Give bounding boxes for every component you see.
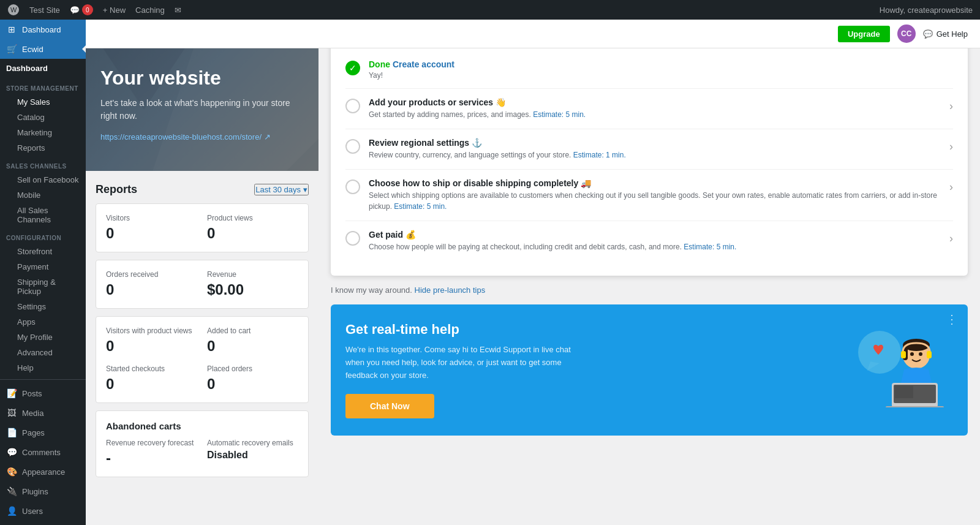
know-way-text: I know my way around. Hide pre-launch ti… <box>331 285 968 295</box>
sidebar-item-mobile[interactable]: Mobile <box>0 187 86 203</box>
help-illustration <box>843 322 953 407</box>
hero-banner: Your website Let's take a look at what's… <box>86 48 318 171</box>
chevron-right-icon: › <box>949 181 953 194</box>
help-card: Get real-time help We're in this togethe… <box>331 304 968 436</box>
plugins-icon: 🔌 <box>6 486 17 497</box>
comments-icon: 💬 <box>6 447 17 458</box>
chat-now-button[interactable]: Chat Now <box>345 394 434 418</box>
hero-text: Your website Let's take a look at what's… <box>100 67 304 142</box>
todo-check-shipping <box>345 179 360 194</box>
sidebar-label-appearance: Appearance <box>22 467 65 477</box>
hero-url[interactable]: https://createaprowebsite-bluehost.com/s… <box>100 132 304 142</box>
sidebar-item-reports[interactable]: Reports <box>0 140 86 156</box>
metric-revenue: Revenue $0.00 <box>207 270 298 298</box>
todo-card: Get ready for your first sale. Follow ou… <box>331 48 968 276</box>
svg-rect-13 <box>895 386 913 398</box>
todo-check-done: ✓ <box>345 61 360 75</box>
upgrade-button[interactable]: Upgrade <box>838 26 890 42</box>
todo-item-add-products[interactable]: Add your products or services 👋 Get star… <box>345 89 953 129</box>
sidebar-item-comments[interactable]: 💬 Comments <box>0 442 86 462</box>
report-card-conversion: Visitors with product views 0 Added to c… <box>96 316 309 403</box>
sidebar-item-storefront[interactable]: Storefront <box>0 244 86 259</box>
sidebar-item-marketing[interactable]: Marketing <box>0 125 86 140</box>
comments-link[interactable]: 💬 0 <box>70 4 93 15</box>
sidebar-item-users[interactable]: 👤 Users <box>0 501 86 521</box>
avatar: CC <box>897 25 916 43</box>
caching-button[interactable]: Caching <box>135 6 165 15</box>
mail-icon[interactable]: ✉ <box>175 6 181 15</box>
sidebar-label-comments: Comments <box>22 448 61 457</box>
content-area: Upgrade CC 💬 Get Help Your website Let's… <box>86 20 980 525</box>
sidebar-item-ecwid[interactable]: 🛒 Ecwid <box>0 39 86 59</box>
left-panel: Your website Let's take a look at what's… <box>86 48 318 525</box>
hero-title: Your website <box>100 67 304 89</box>
main-layout: ⊞ Dashboard 🛒 Ecwid Dashboard STORE MANA… <box>0 20 980 525</box>
sidebar-item-dashboard[interactable]: ⊞ Dashboard <box>0 20 86 39</box>
sidebar-label-plugins: Plugins <box>22 487 48 496</box>
wp-logo[interactable]: W <box>7 4 20 16</box>
chevron-right-icon: › <box>949 100 953 113</box>
sidebar-item-advanced[interactable]: Advanced <box>0 345 86 360</box>
admin-bar: W Test Site 💬 0 + New Caching ✉ Howdy, c… <box>0 0 980 20</box>
get-help-button[interactable]: 💬 Get Help <box>923 29 968 39</box>
sidebar: ⊞ Dashboard 🛒 Ecwid Dashboard STORE MANA… <box>0 20 86 525</box>
metric-placed-orders: Placed orders 0 <box>207 364 298 393</box>
sidebar-item-posts[interactable]: 📝 Posts <box>0 383 86 403</box>
last30-button[interactable]: Last 30 days ▾ <box>254 184 309 195</box>
dashboard-icon: ⊞ <box>6 24 17 35</box>
howdy-text: Howdy, createaprowebsite <box>880 6 973 15</box>
sidebar-item-sell-facebook[interactable]: Sell on Facebook <box>0 172 86 187</box>
sidebar-item-apps[interactable]: Apps <box>0 314 86 330</box>
help-card-more-options[interactable]: ⋮ <box>946 312 958 327</box>
support-illustration <box>849 322 947 407</box>
external-link-icon: ↗ <box>264 132 271 142</box>
sales-channels-label: SALES CHANNELS <box>0 156 86 172</box>
svg-text:W: W <box>10 6 17 13</box>
site-name[interactable]: Test Site <box>29 6 60 15</box>
metric-product-views: Product views 0 <box>207 214 298 242</box>
sidebar-item-tools[interactable]: 🔧 Tools <box>0 521 86 525</box>
right-panel: To-do list Get ready for your first sale… <box>318 48 980 451</box>
sidebar-label-media: Media <box>22 409 43 418</box>
metric-recovery-emails: Automatic recovery emails Disabled <box>207 439 298 467</box>
metric-revenue-forecast: Revenue recovery forecast - <box>106 439 197 467</box>
hide-tips-link[interactable]: Hide pre-launch tips <box>415 285 486 295</box>
sidebar-item-label: Dashboard <box>22 25 61 34</box>
chevron-right-icon: › <box>949 140 953 153</box>
sidebar-label-posts: Posts <box>22 389 42 398</box>
todo-item-regional-settings[interactable]: Review regional settings ⚓ Review countr… <box>345 129 953 170</box>
sidebar-divider <box>0 379 86 380</box>
todo-check-get-paid <box>345 231 360 246</box>
sidebar-item-payment[interactable]: Payment <box>0 259 86 274</box>
metric-visitors: Visitors 0 <box>106 214 197 242</box>
reports-header: Reports Last 30 days ▾ <box>96 183 309 196</box>
todo-item-shipping[interactable]: Choose how to ship or disable shipping c… <box>345 170 953 221</box>
sidebar-item-catalog[interactable]: Catalog <box>0 110 86 125</box>
sidebar-item-my-profile[interactable]: My Profile <box>0 330 86 345</box>
dashboard-section-label: Dashboard <box>0 59 86 78</box>
new-button[interactable]: + New <box>103 6 126 15</box>
sidebar-item-settings[interactable]: Settings <box>0 299 86 314</box>
todo-item-create-account[interactable]: ✓ Done Create account Yay! <box>345 51 953 89</box>
sidebar-item-all-sales-channels[interactable]: All Sales Channels <box>0 203 86 227</box>
svg-rect-9 <box>927 351 932 358</box>
sidebar-item-my-sales[interactable]: My Sales <box>0 94 86 110</box>
main-scroll: Your website Let's take a look at what's… <box>86 48 980 525</box>
sidebar-item-appearance[interactable]: 🎨 Appearance <box>0 462 86 482</box>
sidebar-item-help[interactable]: Help <box>0 360 86 376</box>
sidebar-item-shipping[interactable]: Shipping & Pickup <box>0 274 86 299</box>
reports-title: Reports <box>96 183 137 196</box>
chevron-right-icon: › <box>949 232 953 245</box>
abandoned-title: Abandoned carts <box>106 421 298 431</box>
report-card-abandoned: Abandoned carts Revenue recovery forecas… <box>96 410 309 477</box>
sidebar-item-media[interactable]: 🖼 Media <box>0 403 86 423</box>
media-icon: 🖼 <box>6 407 17 418</box>
svg-rect-8 <box>901 351 906 358</box>
comment-count: 0 <box>82 4 93 15</box>
sidebar-item-pages[interactable]: 📄 Pages <box>0 423 86 442</box>
todo-item-get-paid[interactable]: Get paid 💰 Choose how people will be pay… <box>345 221 953 261</box>
sidebar-item-plugins[interactable]: 🔌 Plugins <box>0 482 86 501</box>
top-bar: Upgrade CC 💬 Get Help <box>86 20 980 48</box>
metric-visitors-product-views: Visitors with product views 0 <box>106 327 197 355</box>
hero-subtitle: Let's take a look at what's happening in… <box>100 97 304 123</box>
